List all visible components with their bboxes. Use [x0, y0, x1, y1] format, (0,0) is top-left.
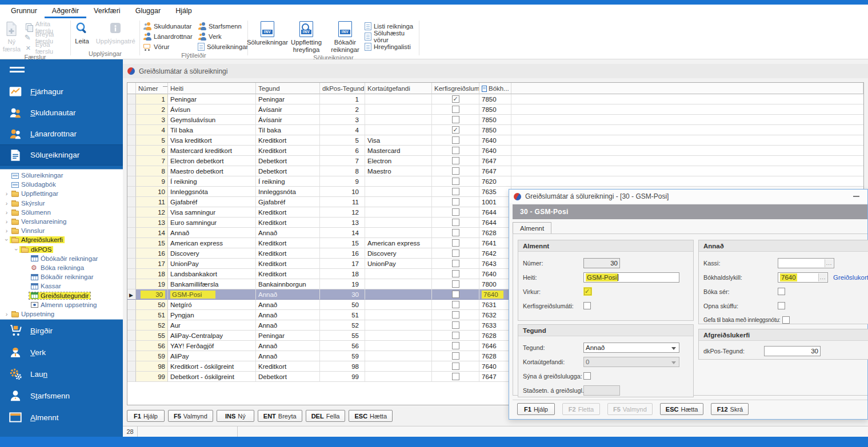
cell-dkpos-tegund[interactable]: 50: [320, 300, 365, 310]
cell-tegund[interactable]: Annað: [256, 300, 320, 310]
cell-kortautgefandi[interactable]: [365, 218, 432, 228]
cell-numer[interactable]: 9: [136, 176, 168, 187]
row-selector-cell[interactable]: ▶: [127, 218, 136, 228]
menu-item[interactable]: Grunnur: [3, 5, 45, 18]
menu-item[interactable]: Verkfæri: [86, 5, 128, 18]
tegund-select[interactable]: Annað: [583, 343, 679, 353]
cell-kerfisgreidslumati[interactable]: [432, 279, 479, 289]
tab-almennt[interactable]: Almennt: [513, 222, 551, 235]
cell-bokhald[interactable]: 7640: [479, 135, 511, 146]
row-selector-cell[interactable]: ▶: [127, 115, 136, 125]
menu-item[interactable]: Gluggar: [128, 5, 168, 18]
cell-tegund[interactable]: Annað: [256, 228, 320, 238]
header-dkpos-tegund[interactable]: dkPos-Tegund: [320, 83, 365, 94]
cell-kortautgefandi[interactable]: [365, 187, 432, 197]
system-payment-checkbox[interactable]: [452, 178, 459, 185]
header-kortautgefandi[interactable]: Kortaútgefandi: [365, 83, 432, 94]
cell-dkpos-tegund[interactable]: 1: [320, 94, 365, 104]
table-row[interactable]: ▶ 2 Ávísun Ávísanir 2 7850: [127, 104, 863, 115]
row-selector-cell[interactable]: ▶: [127, 300, 136, 310]
cell-kerfisgreidslumati[interactable]: [432, 248, 479, 259]
row-selector-cell[interactable]: ▶: [127, 248, 136, 259]
cell-kortautgefandi[interactable]: Visa: [365, 135, 432, 146]
tree-item[interactable]: Vinnslur: [0, 226, 123, 235]
cell-heiti[interactable]: Landsbankakort: [168, 269, 256, 279]
row-selector-cell[interactable]: ▶: [127, 176, 136, 187]
tree-item[interactable]: Skýrslur: [0, 199, 123, 208]
table-row[interactable]: ▶ 8 Maestro debetkort Debetkort 8 Maestr…: [127, 166, 863, 176]
kortautgefandi-select[interactable]: 0: [583, 357, 679, 367]
dialog-function-key-button[interactable]: F5Valmynd: [607, 403, 653, 415]
cell-dkpos-tegund[interactable]: 99: [320, 372, 365, 382]
cell-bokhald[interactable]: 7640: [479, 269, 511, 279]
sidebar-item-fjarhagur[interactable]: Fjárhagur: [0, 81, 123, 102]
system-payment-checkbox[interactable]: [452, 106, 459, 113]
cell-tegund[interactable]: Annað: [256, 351, 320, 361]
quick-link[interactable]: Sölureikningar: [198, 42, 253, 52]
minimize-icon[interactable]: [853, 196, 859, 197]
row-selector-cell[interactable]: ▶: [127, 341, 136, 351]
cell-kortautgefandi[interactable]: [365, 94, 432, 104]
tree-expander-icon[interactable]: [3, 210, 10, 215]
system-payment-checkbox[interactable]: [452, 332, 459, 339]
row-selector-cell[interactable]: ▶: [127, 372, 136, 382]
cell-kortautgefandi[interactable]: [365, 331, 432, 341]
row-selector-cell[interactable]: ▶: [127, 351, 136, 361]
cell-tegund[interactable]: Kreditkort: [256, 269, 320, 279]
cell-tegund[interactable]: Í reikning: [256, 176, 320, 187]
row-selector-cell[interactable]: ▶: [127, 289, 136, 300]
cell-tegund[interactable]: Kreditkort: [256, 248, 320, 259]
cell-tegund[interactable]: Peningar: [256, 94, 320, 104]
system-payment-checkbox[interactable]: [452, 291, 459, 298]
cell-numer[interactable]: 3: [136, 115, 168, 125]
cell-dkpos-tegund[interactable]: 16: [320, 248, 365, 259]
cell-numer[interactable]: 15: [136, 238, 168, 248]
cell-kortautgefandi[interactable]: [365, 372, 432, 382]
cell-numer[interactable]: 51: [136, 310, 168, 320]
cell-kerfisgreidslumati[interactable]: [432, 289, 479, 300]
cell-heiti[interactable]: Peningar: [168, 94, 256, 104]
cell-kortautgefandi[interactable]: [365, 351, 432, 361]
cell-bokhald[interactable]: 7850: [479, 125, 511, 135]
tree-expander-icon[interactable]: [3, 311, 10, 317]
cell-kortautgefandi[interactable]: [365, 320, 432, 331]
system-payment-checkbox[interactable]: [452, 311, 459, 319]
opna-skuffu-checkbox[interactable]: [778, 302, 785, 309]
quick-link[interactable]: Verk: [198, 31, 253, 42]
tree-expander-icon[interactable]: [13, 247, 19, 252]
row-selector-cell[interactable]: ▶: [127, 146, 136, 156]
menu-item[interactable]: Hjálp: [168, 5, 199, 18]
cell-heiti[interactable]: Innleggsnóta: [168, 187, 256, 197]
dialog-function-key-button[interactable]: ESCHætta: [660, 403, 704, 415]
header-tegund[interactable]: Tegund: [256, 83, 320, 94]
cell-kerfisgreidslumati[interactable]: [432, 351, 479, 361]
cell-heiti[interactable]: Visa kreditkort: [168, 135, 256, 146]
heiti-field[interactable]: GSM-Posi: [583, 272, 679, 283]
cell-heiti[interactable]: Visa samningur: [168, 207, 256, 218]
cell-heiti[interactable]: Aur: [168, 320, 256, 331]
bokhaldslykill-field[interactable]: 7640...: [778, 272, 828, 283]
row-selector-cell[interactable]: ▶: [127, 156, 136, 166]
cell-bokhald[interactable]: 7647: [479, 372, 511, 382]
cell-tegund[interactable]: Debetkort: [256, 372, 320, 382]
system-payment-checkbox[interactable]: [452, 126, 459, 134]
ribbon-list-button[interactable]: Söluhæstu vörur: [365, 31, 419, 42]
cell-kerfisgreidslumati[interactable]: [432, 300, 479, 310]
cell-heiti[interactable]: Mastercard kreditkort: [168, 146, 256, 156]
cell-heiti[interactable]: American express: [168, 238, 256, 248]
system-payment-checkbox[interactable]: [452, 321, 459, 329]
quick-link[interactable]: Vörur: [143, 42, 198, 52]
cell-kerfisgreidslumati[interactable]: [432, 125, 479, 135]
cell-kortautgefandi[interactable]: [365, 115, 432, 125]
cell-bokhald[interactable]: 7646: [479, 341, 511, 351]
system-payment-checkbox[interactable]: [452, 229, 459, 236]
row-selector-cell[interactable]: ▶: [127, 94, 136, 104]
sidebar-item-skuldunautar[interactable]: Skuldunautar: [0, 102, 123, 123]
table-row[interactable]: ▶ 1 Peningar Peningar 1 7850: [127, 94, 863, 104]
cell-kortautgefandi[interactable]: [365, 176, 432, 187]
header-kerfisgreidslumati[interactable]: Kerfisgreiðslumáti: [432, 83, 479, 94]
tree-item[interactable]: Bókaðir reikningar: [0, 272, 123, 281]
cell-bokhald[interactable]: 7850: [479, 94, 511, 104]
cell-kerfisgreidslumati[interactable]: [432, 94, 479, 104]
cell-numer[interactable]: 50: [136, 300, 168, 310]
